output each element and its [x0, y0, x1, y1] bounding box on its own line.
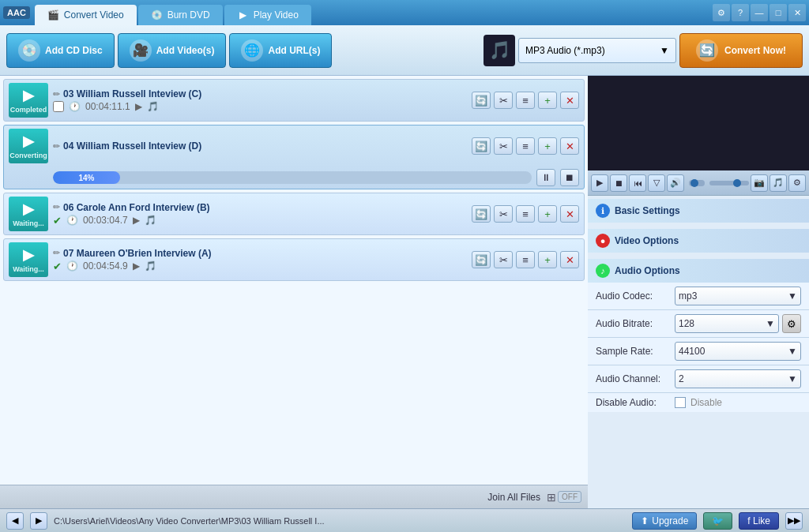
details-button-3[interactable]: ≡ [516, 205, 535, 223]
audio-bitrate-row: Audio Bitrate: 128 ▼ ⚙ [588, 310, 809, 338]
facebook-button[interactable]: f Like [739, 512, 779, 530]
preview-area [588, 76, 809, 170]
audio-bitrate-select[interactable]: 128 ▼ [675, 314, 779, 333]
upgrade-button[interactable]: ⬆ Upgrade [632, 512, 697, 530]
app-logo: AAC [3, 6, 30, 19]
add-video-icon: 🎥 [130, 39, 152, 62]
refresh-button-1[interactable]: 🔄 [472, 92, 491, 109]
add-url-button[interactable]: 🌐 Add URL(s) [229, 33, 332, 68]
cut-button-4[interactable]: ✂ [494, 251, 513, 268]
file-status-4: Waiting... [13, 265, 44, 273]
add-url-icon: 🌐 [241, 39, 263, 62]
join-toggle[interactable]: ⊞ OFF [547, 491, 581, 504]
format-dropdown-arrow: ▼ [660, 45, 669, 56]
volume-slider[interactable] [709, 181, 749, 185]
edit-icon-4[interactable]: ✏ [53, 248, 60, 258]
tab-burn-dvd[interactable]: 💿 Burn DVD [138, 5, 223, 25]
basic-settings-header[interactable]: ℹ Basic Settings [588, 199, 809, 223]
cut-button-1[interactable]: ✂ [494, 92, 513, 109]
refresh-button-3[interactable]: 🔄 [472, 205, 491, 223]
stop-preview-button[interactable]: ⏹ [610, 174, 627, 192]
remove-button-3[interactable]: ✕ [560, 205, 579, 223]
bitrate-gear-button[interactable]: ⚙ [782, 314, 801, 333]
join-label: Join All Files [487, 492, 540, 503]
file-thumb-icon-1: ▶ [23, 87, 34, 104]
add-button-3[interactable]: + [538, 205, 557, 223]
add-video-button[interactable]: 🎥 Add Video(s) [118, 33, 227, 68]
snapshot-button[interactable]: 📷 [751, 174, 768, 192]
bottom-bar: ◀ ▶ C:\Users\Ariel\Videos\Any Video Conv… [0, 508, 809, 532]
bottom-next-button[interactable]: ▶ [30, 512, 47, 530]
twitter-button[interactable]: 🐦 [703, 512, 732, 530]
volume-button[interactable]: 🔊 [667, 174, 684, 192]
play-button[interactable]: ▶ [591, 174, 608, 192]
join-toggle-state: OFF [558, 491, 581, 503]
file-thumb-icon-3: ▶ [23, 200, 34, 218]
add-cd-disc-button[interactable]: 💿 Add CD Disc [6, 33, 115, 68]
cut-button-2[interactable]: ✂ [494, 137, 513, 155]
details-button-1[interactable]: ≡ [516, 92, 535, 109]
audio-codec-select[interactable]: mp3 ▼ [675, 287, 801, 305]
edit-icon-2[interactable]: ✏ [53, 141, 60, 152]
window-close-button[interactable]: ✕ [788, 4, 806, 21]
bottom-path: C:\Users\Ariel\Videos\Any Video Converte… [54, 516, 626, 526]
tab-convert-video[interactable]: 🎬 Convert Video [35, 5, 137, 25]
remove-button-4[interactable]: ✕ [560, 251, 579, 268]
menu-button[interactable]: ▽ [648, 174, 665, 192]
video-options-header[interactable]: ● Video Options [588, 229, 809, 253]
pause-button-2[interactable]: ⏸ [536, 169, 555, 186]
preview-progress-bar[interactable] [689, 180, 705, 186]
rewind-button[interactable]: ⏮ [629, 174, 646, 192]
stop-button-2[interactable]: ⏹ [560, 169, 579, 186]
join-grid-icon: ⊞ [547, 491, 556, 504]
tab-play-video[interactable]: ▶ Play Video [224, 5, 311, 25]
window-help-button[interactable]: ? [732, 4, 749, 21]
edit-icon-3[interactable]: ✏ [53, 202, 60, 212]
audio-options-header[interactable]: ♪ Audio Options [588, 259, 809, 283]
file-list: ▶ Completed ✏ 03 William Russell Intevie… [0, 76, 588, 485]
edit-icon-1[interactable]: ✏ [53, 89, 60, 99]
add-button-4[interactable]: + [538, 251, 557, 268]
duration-3: 00:03:04.7 [83, 215, 128, 226]
audio-extract-button[interactable]: 🎵 [769, 174, 787, 192]
progress-row-2: 14% ⏸ ⏹ [4, 167, 584, 189]
bottom-prev-button[interactable]: ◀ [6, 512, 24, 530]
burn-dvd-icon: 💿 [151, 9, 164, 21]
format-icon: 🎵 [484, 35, 515, 66]
audio-codec-value: mp3 [679, 290, 697, 302]
add-button-2[interactable]: + [538, 137, 557, 155]
cut-button-3[interactable]: ✂ [494, 205, 513, 223]
settings-preview-button[interactable]: ⚙ [788, 174, 806, 192]
file-name-row-1: ✏ 03 William Russell Inteview (C) [53, 88, 467, 99]
window-minimize-button[interactable]: — [751, 4, 768, 21]
add-video-label: Add Video(s) [156, 45, 215, 56]
window-settings-button[interactable]: ⚙ [713, 4, 730, 21]
refresh-button-2[interactable]: 🔄 [472, 137, 491, 155]
disable-audio-checkbox[interactable] [675, 397, 686, 408]
add-button-1[interactable]: + [538, 92, 557, 109]
audio-icon-3: 🎵 [145, 215, 156, 226]
audio-channel-select[interactable]: 2 ▼ [675, 369, 801, 388]
file-status-2: Converting [9, 152, 47, 159]
video-options-icon: ● [596, 234, 610, 248]
arrow-icon-4: ▶ [133, 260, 140, 272]
format-dropdown[interactable]: MP3 Audio (*.mp3) ▼ [518, 38, 676, 63]
file-item-4: ▶ Waiting... ✏ 07 Maureen O'Brien Interv… [3, 238, 585, 281]
file-check-1[interactable] [53, 101, 64, 112]
remove-button-1[interactable]: ✕ [560, 92, 579, 109]
details-button-2[interactable]: ≡ [516, 137, 535, 155]
details-button-4[interactable]: ≡ [516, 251, 535, 268]
remove-button-2[interactable]: ✕ [560, 137, 579, 155]
bitrate-dropdown-arrow: ▼ [766, 318, 775, 329]
refresh-button-4[interactable]: 🔄 [472, 251, 491, 268]
window-maximize-button[interactable]: □ [769, 4, 787, 21]
sample-rate-select[interactable]: 44100 ▼ [675, 342, 801, 361]
bottom-end-button[interactable]: ▶▶ [785, 512, 803, 530]
file-status-3: Waiting... [13, 219, 44, 227]
basic-settings-icon: ℹ [596, 204, 610, 218]
convert-now-button[interactable]: 🔄 Convert Now! [679, 33, 803, 68]
file-name-row-2: ✏ 04 William Russell Inteview (D) [53, 140, 467, 152]
file-controls-3: 🔄 ✂ ≡ + ✕ [472, 205, 579, 223]
facebook-label: f Like [747, 515, 770, 526]
file-info-4: ✏ 07 Maureen O'Brien Interview (A) ✔ 🕐 0… [53, 248, 467, 272]
